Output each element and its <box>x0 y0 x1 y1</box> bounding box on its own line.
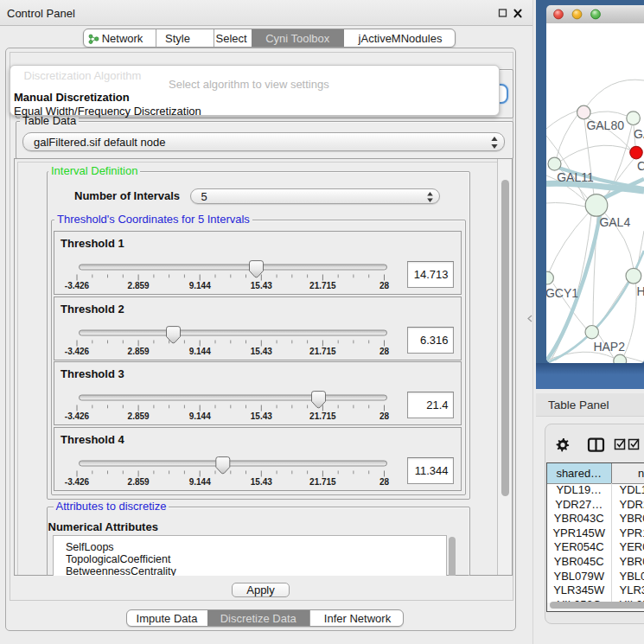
svg-text:21.715: 21.715 <box>309 281 336 290</box>
svg-text:GAL4: GAL4 <box>599 215 630 229</box>
svg-text:28: 28 <box>379 477 390 487</box>
svg-text:GCY1: GCY1 <box>546 286 578 300</box>
svg-text:15.43: 15.43 <box>251 347 272 356</box>
svg-text:15.43: 15.43 <box>251 281 272 290</box>
svg-text:15.43: 15.43 <box>251 477 272 487</box>
svg-text:GAL80: GAL80 <box>586 118 624 132</box>
svg-text:-3.426: -3.426 <box>65 347 90 356</box>
svg-text:HAP2: HAP2 <box>593 340 625 354</box>
svg-text:28: 28 <box>379 281 390 290</box>
svg-text:-3.426: -3.426 <box>65 411 90 421</box>
svg-text:2.859: 2.859 <box>128 347 150 356</box>
svg-text:9.144: 9.144 <box>189 411 211 421</box>
svg-text:2.859: 2.859 <box>128 281 150 290</box>
svg-text:9.144: 9.144 <box>189 347 211 356</box>
svg-text:21.715: 21.715 <box>309 477 336 487</box>
svg-text:-3.426: -3.426 <box>65 477 90 487</box>
svg-text:H: H <box>637 284 644 298</box>
svg-text:21.715: 21.715 <box>309 347 336 356</box>
svg-text:9.144: 9.144 <box>189 281 211 290</box>
svg-text:GA: GA <box>634 127 644 141</box>
svg-text:28: 28 <box>379 411 390 421</box>
svg-text:C: C <box>637 159 644 173</box>
svg-text:-3.426: -3.426 <box>65 281 90 290</box>
svg-text:GAL11: GAL11 <box>557 170 594 184</box>
svg-text:9.144: 9.144 <box>189 477 211 487</box>
svg-text:28: 28 <box>379 347 390 356</box>
svg-text:21.715: 21.715 <box>309 411 336 421</box>
svg-text:2.859: 2.859 <box>128 477 150 487</box>
svg-text:15.43: 15.43 <box>251 411 272 421</box>
svg-text:2.859: 2.859 <box>128 411 150 421</box>
